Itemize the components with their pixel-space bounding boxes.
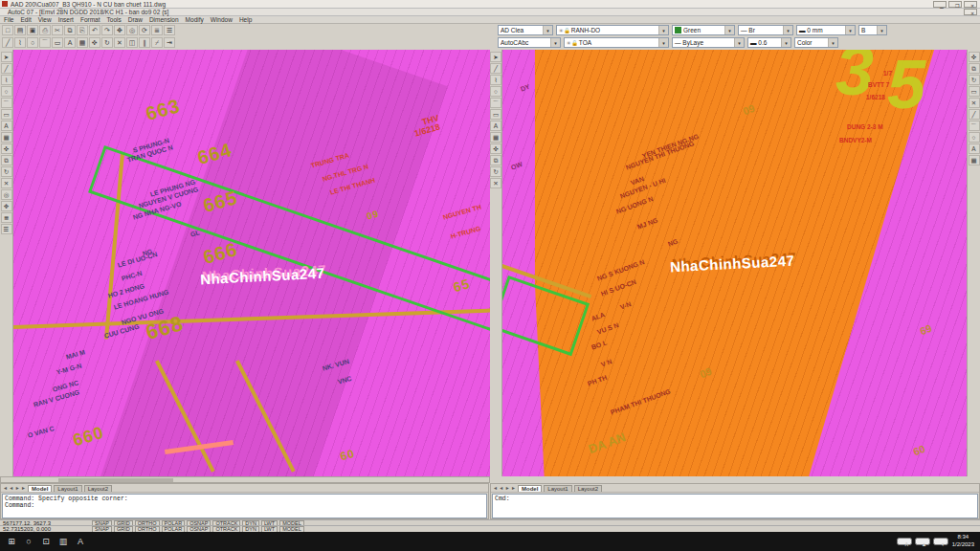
- paste-icon[interactable]: ⎘: [77, 25, 88, 35]
- cut-icon[interactable]: ✂: [52, 25, 63, 35]
- copy-icon[interactable]: ⧉: [1, 155, 12, 165]
- open-icon[interactable]: ▤: [14, 25, 26, 35]
- erase-icon[interactable]: ✕: [114, 37, 125, 48]
- polyline-icon[interactable]: ⌇: [1, 75, 12, 85]
- rectangle-icon[interactable]: ▭: [52, 37, 63, 48]
- offset-icon[interactable]: ∥: [139, 37, 150, 48]
- taskbar-clock[interactable]: 8:34 1/2/2023: [952, 534, 974, 549]
- hatch-icon[interactable]: ▦: [490, 132, 501, 143]
- menu-tools[interactable]: Tools: [107, 16, 122, 23]
- arc-icon[interactable]: ⌒: [969, 121, 980, 131]
- circle-icon[interactable]: ○: [490, 86, 501, 97]
- pan-icon[interactable]: ✥: [1, 201, 12, 211]
- move-icon[interactable]: ✜: [490, 143, 501, 154]
- drawing-canvas-right[interactable]: 3 5 1/7BVTT 71/6218DUNG 2-3 MBNDVY2-M YE…: [502, 50, 967, 476]
- menu-edit[interactable]: Edit: [20, 16, 31, 23]
- file-explorer-icon[interactable]: ▥: [57, 536, 69, 547]
- select-icon[interactable]: ➤: [1, 52, 12, 62]
- props-icon[interactable]: ☰: [1, 224, 12, 234]
- print-icon[interactable]: ⎙: [39, 25, 51, 35]
- tab-nav-arrows[interactable]: ◄ ◄ ► ►: [493, 485, 516, 491]
- tray-up-icon[interactable]: ∧: [897, 538, 912, 545]
- menu-insert[interactable]: Insert: [58, 16, 74, 23]
- rotate-icon[interactable]: ↻: [101, 37, 113, 48]
- search-icon[interactable]: ○: [23, 536, 34, 547]
- rectangle-icon[interactable]: ▭: [490, 109, 501, 120]
- line-icon[interactable]: ╱: [969, 109, 980, 120]
- arc-icon[interactable]: ⌒: [39, 37, 51, 48]
- menu-view[interactable]: View: [38, 16, 52, 23]
- line-icon[interactable]: ╱: [2, 37, 13, 48]
- pan-icon[interactable]: ✥: [114, 25, 125, 35]
- color-combo[interactable]: Green▾: [672, 25, 735, 35]
- redo-icon[interactable]: ↷: [101, 25, 113, 35]
- layers-icon[interactable]: ≣: [1, 212, 12, 223]
- zoom-icon[interactable]: ◎: [1, 189, 12, 200]
- tab-layout1[interactable]: Layout1: [544, 485, 571, 492]
- tab-model[interactable]: Model: [518, 485, 542, 492]
- erase-icon[interactable]: ✕: [490, 178, 501, 188]
- menu-format[interactable]: Format: [80, 16, 100, 23]
- rotate-icon[interactable]: ↻: [490, 166, 501, 177]
- erase-icon[interactable]: ✕: [1, 178, 12, 188]
- rectangle-icon[interactable]: ▭: [1, 109, 12, 120]
- tab-layout1[interactable]: Layout1: [54, 485, 81, 492]
- circle-icon[interactable]: ○: [1, 86, 12, 97]
- layer-combo[interactable]: ☀🔓RANH-DO▾: [556, 25, 669, 35]
- hatch-icon[interactable]: ▦: [77, 37, 88, 48]
- zoom-icon[interactable]: ◎: [126, 25, 138, 35]
- text-style2-combo[interactable]: AutoCAbc▾: [498, 37, 561, 48]
- text-icon[interactable]: A: [64, 37, 76, 48]
- rectangle-icon[interactable]: ▭: [969, 86, 980, 97]
- text-style-combo[interactable]: AD Clea▾: [498, 25, 553, 35]
- menu-modify[interactable]: Modify: [186, 16, 204, 23]
- restore-button-icon[interactable]: ❐: [948, 1, 962, 8]
- mirror-icon[interactable]: ◫: [126, 37, 138, 48]
- volume-icon[interactable]: ◖: [933, 538, 948, 545]
- copy-icon[interactable]: ⧉: [64, 25, 76, 35]
- task-view-icon[interactable]: ⊡: [40, 536, 52, 547]
- lineweight2-combo[interactable]: ▬ 0.6▾: [747, 37, 791, 48]
- circle-icon[interactable]: ○: [969, 132, 980, 143]
- hatch-icon[interactable]: ▦: [1, 132, 12, 143]
- scrollbar-thumb[interactable]: [58, 478, 173, 482]
- network-icon[interactable]: ▴: [915, 538, 930, 545]
- select-icon[interactable]: ➤: [490, 52, 501, 62]
- trim-icon[interactable]: ⌿: [151, 37, 163, 48]
- start-icon[interactable]: ⊞: [6, 536, 17, 547]
- plotstyle-combo[interactable]: B▾: [858, 25, 887, 35]
- close-button-icon[interactable]: ✕: [964, 1, 977, 8]
- menu-file[interactable]: File: [4, 16, 13, 23]
- move-icon[interactable]: ✜: [969, 52, 980, 62]
- properties-icon[interactable]: ☰: [164, 25, 175, 35]
- text-icon[interactable]: A: [1, 121, 12, 131]
- lineweight-combo[interactable]: ▬ 0 mm▾: [796, 25, 856, 35]
- line-icon[interactable]: ╱: [490, 63, 501, 74]
- extend-icon[interactable]: ⇥: [164, 37, 175, 48]
- tab-layout2[interactable]: Layout2: [84, 485, 112, 492]
- arc-icon[interactable]: ⌒: [490, 98, 501, 108]
- regen-icon[interactable]: ⟳: [139, 25, 150, 35]
- arc-icon[interactable]: ⌒: [1, 98, 12, 108]
- menu-dimension[interactable]: Dimension: [149, 16, 179, 23]
- layers-icon[interactable]: ≣: [151, 25, 163, 35]
- move-icon[interactable]: ✜: [89, 37, 100, 48]
- polyline-icon[interactable]: ⌇: [14, 37, 26, 48]
- menu-window[interactable]: Window: [211, 16, 233, 23]
- minimize-button-icon[interactable]: ▁: [933, 1, 947, 8]
- tab-layout2[interactable]: Layout2: [574, 485, 602, 492]
- move-icon[interactable]: ✜: [1, 143, 12, 154]
- linetype-combo[interactable]: — Br▾: [738, 25, 793, 35]
- autocad-app-icon[interactable]: A: [75, 536, 86, 547]
- line-icon[interactable]: ╱: [1, 63, 12, 74]
- plotstyle2-combo[interactable]: Color▾: [794, 37, 838, 48]
- polyline-icon[interactable]: ⌇: [490, 75, 501, 85]
- horizontal-scrollbar[interactable]: [0, 476, 490, 483]
- text-icon[interactable]: A: [969, 143, 980, 154]
- rotate-icon[interactable]: ↻: [969, 75, 980, 85]
- tab-model[interactable]: Model: [28, 485, 52, 492]
- menu-help[interactable]: Help: [239, 16, 252, 23]
- hatch-icon[interactable]: ▦: [969, 155, 980, 165]
- undo-icon[interactable]: ↶: [89, 25, 100, 35]
- rotate-icon[interactable]: ↻: [1, 166, 12, 177]
